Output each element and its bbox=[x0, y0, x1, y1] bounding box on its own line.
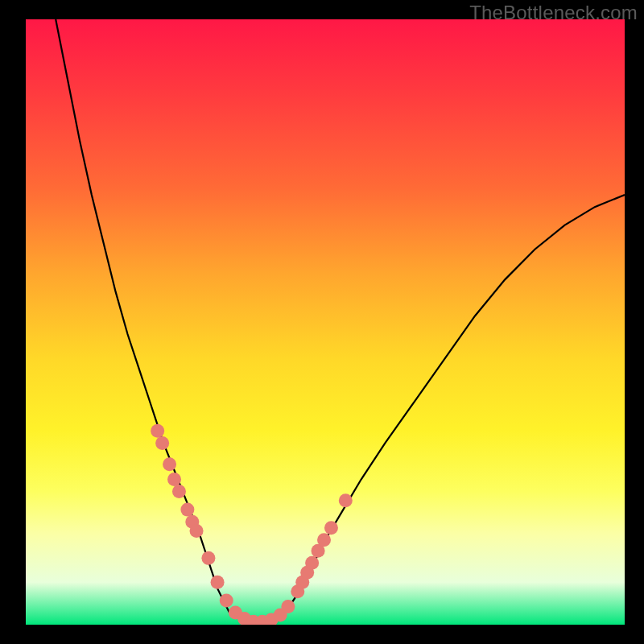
highlight-dot bbox=[220, 593, 233, 607]
highlight-dot bbox=[163, 457, 176, 471]
highlight-dot bbox=[324, 521, 338, 535]
highlight-dot bbox=[317, 533, 331, 547]
highlight-dots bbox=[151, 424, 353, 625]
highlight-dot bbox=[281, 600, 295, 613]
highlight-dot bbox=[211, 576, 225, 589]
highlight-dot bbox=[305, 556, 319, 570]
highlight-dot bbox=[180, 503, 194, 517]
bottleneck-curve-svg bbox=[26, 19, 625, 625]
highlight-dot bbox=[339, 493, 353, 507]
plot-area bbox=[26, 19, 625, 625]
highlight-dot bbox=[167, 473, 181, 486]
highlight-dot bbox=[172, 485, 186, 498]
highlight-dot bbox=[201, 551, 215, 565]
highlight-dot bbox=[155, 436, 169, 450]
highlight-dot bbox=[151, 424, 164, 438]
bottleneck-curve bbox=[56, 19, 625, 625]
chart-frame: TheBottleneck.com bbox=[0, 0, 644, 644]
highlight-dot bbox=[190, 524, 204, 538]
watermark-text: TheBottleneck.com bbox=[469, 2, 638, 24]
